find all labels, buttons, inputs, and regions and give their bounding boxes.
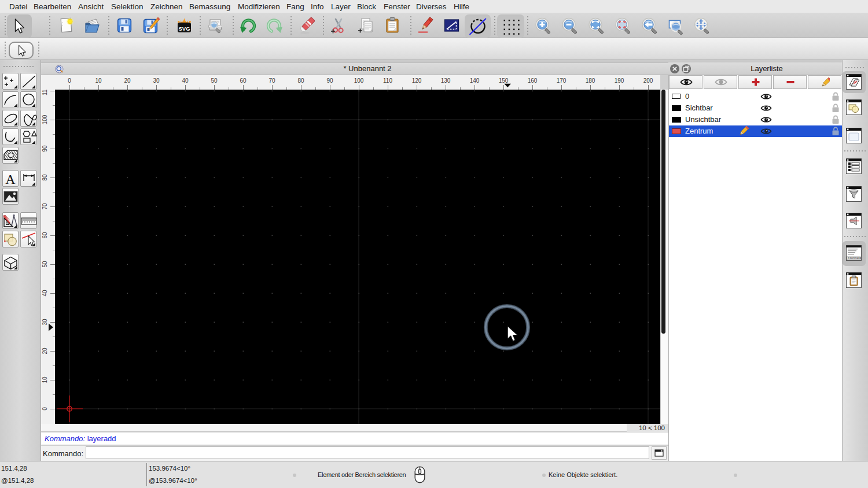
svg-text:10: 10 [95,77,102,84]
svg-text:60: 60 [42,232,48,239]
svg-text:50: 50 [211,77,218,84]
svg-text:A: A [5,172,16,187]
svg-text:30: 30 [153,77,160,84]
svg-text:60: 60 [240,77,247,84]
svg-text:20: 20 [124,77,131,84]
svg-text:0: 0 [68,77,71,84]
svg-text:70: 70 [269,77,275,84]
svg-text:20: 20 [42,347,48,354]
svg-text:190: 190 [615,77,624,84]
svg-text:50: 50 [42,261,48,268]
svg-text:30: 30 [42,319,48,326]
svg-text:110: 110 [42,90,48,95]
svg-text:c:command: c:command [848,257,862,260]
svg-text:40: 40 [182,77,189,84]
svg-text:100: 100 [354,77,364,84]
svg-text:80: 80 [42,174,48,181]
svg-text:140: 140 [470,77,480,84]
svg-text:180: 180 [586,77,595,84]
svg-text:150: 150 [499,77,509,84]
svg-text:200: 200 [643,77,653,84]
svg-text:80: 80 [297,77,304,84]
svg-text:90: 90 [326,77,333,84]
svg-text:100: 100 [42,114,48,124]
svg-text:SVG: SVG [178,25,190,32]
svg-text:0: 0 [42,407,48,411]
svg-text:10: 10 [42,376,48,383]
svg-text:90: 90 [42,145,48,152]
svg-text:160: 160 [528,77,538,84]
svg-text:170: 170 [557,77,567,84]
svg-text:70: 70 [42,203,48,210]
svg-text:120: 120 [412,77,422,84]
svg-text:110: 110 [383,77,392,84]
svg-text:130: 130 [441,77,451,84]
svg-text:40: 40 [42,290,48,297]
